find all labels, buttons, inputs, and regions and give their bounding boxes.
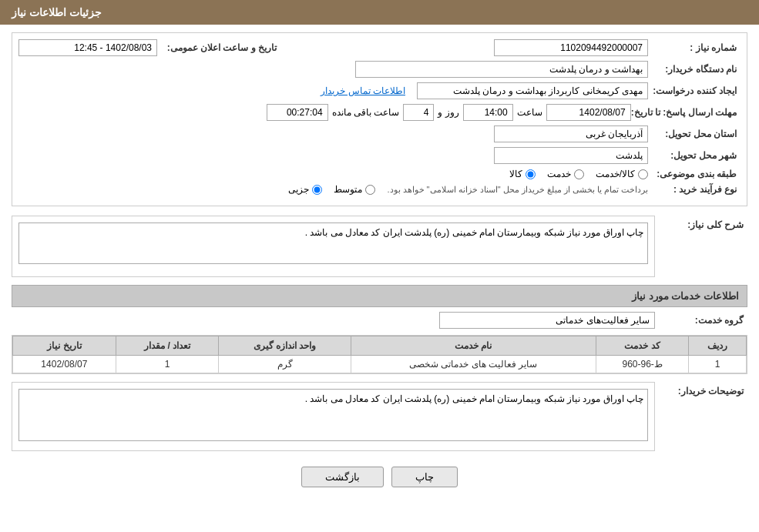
row-city: شهر محل تحویل: bbox=[18, 147, 741, 164]
deadline-date-input[interactable] bbox=[546, 104, 631, 121]
radio-medium-input[interactable] bbox=[365, 185, 375, 195]
purchase-type-note: برداخت تمام یا بخشی از مبلغ خریداز محل "… bbox=[387, 185, 648, 195]
services-table-container: ردیف کد خدمت نام خدمت واحد اندازه گیری ت… bbox=[12, 335, 747, 374]
table-header-row: ردیف کد خدمت نام خدمت واحد اندازه گیری ت… bbox=[13, 336, 747, 356]
row-purchase-type: نوع فرآیند خرید : برداخت تمام یا بخشی از… bbox=[18, 184, 741, 195]
need-description-label: شرح کلی نیاز: bbox=[655, 216, 747, 230]
radio-kala-label: کالا bbox=[509, 169, 522, 179]
page-wrapper: جزئیات اطلاعات نیاز شماره نیاز : تاریخ و… bbox=[0, 0, 759, 532]
cell-code: ط-96-960 bbox=[596, 356, 688, 373]
col-date: تاریخ نیاز bbox=[13, 336, 116, 356]
radio-kala-input[interactable] bbox=[526, 169, 536, 179]
announce-date-input[interactable] bbox=[18, 39, 157, 56]
need-number-input[interactable] bbox=[494, 39, 648, 56]
col-name: نام خدمت bbox=[351, 336, 596, 356]
deadline-time-label: ساعت bbox=[513, 107, 546, 118]
radio-khedmat: خدمت bbox=[547, 169, 584, 179]
cell-date: 1402/08/07 bbox=[13, 356, 116, 373]
row-deadline: مهلت ارسال پاسخ: تا تاریخ: ساعت روز و سا… bbox=[18, 104, 741, 121]
radio-medium: متوسط bbox=[334, 184, 375, 195]
row-buyer-description: توضیحات خریدار: چاپ اوراق مورد نیاز شبکه… bbox=[12, 382, 747, 451]
deadline-remaining-input[interactable] bbox=[267, 104, 328, 121]
radio-kala: کالا bbox=[509, 169, 536, 179]
row-need-description: شرح کلی نیاز: چاپ اوراق مورد نیاز شبکه و… bbox=[12, 216, 747, 277]
radio-partial-label: جزیی bbox=[288, 184, 309, 195]
category-radio-group: کالا/خدمت خدمت کالا bbox=[509, 169, 648, 179]
print-button[interactable]: چاپ bbox=[391, 467, 458, 487]
buyer-description-textarea[interactable]: چاپ اوراق مورد نیاز شبکه وبیمارستان امام… bbox=[18, 389, 648, 441]
radio-kala-khedmat-label: کالا/خدمت bbox=[596, 169, 635, 179]
need-number-label: شماره نیاز : bbox=[648, 42, 741, 53]
content-area: شماره نیاز : تاریخ و ساعت اعلان عمومی: ن… bbox=[0, 25, 759, 503]
cell-unit: گرم bbox=[219, 356, 351, 373]
page-title: جزئیات اطلاعات نیاز bbox=[12, 6, 102, 18]
city-input[interactable] bbox=[494, 147, 648, 164]
province-label: استان محل تحویل: bbox=[648, 129, 741, 139]
category-label: طبقه بندی موضوعی: bbox=[648, 169, 741, 179]
service-group-input[interactable] bbox=[439, 312, 655, 329]
radio-partial: جزیی bbox=[288, 184, 322, 195]
page-header: جزئیات اطلاعات نیاز bbox=[0, 0, 759, 25]
purchase-type-radio-group: برداخت تمام یا بخشی از مبلغ خریداز محل "… bbox=[288, 184, 648, 195]
radio-kala-khedmat: کالا/خدمت bbox=[596, 169, 648, 179]
province-input[interactable] bbox=[494, 125, 648, 142]
top-info-section: شماره نیاز : تاریخ و ساعت اعلان عمومی: ن… bbox=[12, 32, 747, 206]
deadline-day-label: روز و bbox=[434, 107, 462, 118]
services-section-title: اطلاعات خدمات مورد نیاز bbox=[12, 285, 747, 307]
deadline-time-input[interactable] bbox=[463, 104, 513, 121]
need-description-wrapper: چاپ اوراق مورد نیاز شبکه وبیمارستان امام… bbox=[12, 216, 655, 277]
deadline-days-input[interactable] bbox=[403, 104, 434, 121]
row-buyer: نام دستگاه خریدار: bbox=[18, 61, 741, 78]
deadline-remaining-label: ساعت باقی مانده bbox=[328, 107, 404, 118]
buyer-label: نام دستگاه خریدار: bbox=[648, 64, 741, 75]
deadline-label: مهلت ارسال پاسخ: تا تاریخ: bbox=[631, 107, 741, 118]
buyer-description-label: توضیحات خریدار: bbox=[655, 382, 747, 396]
col-code: کد خدمت bbox=[596, 336, 688, 356]
creator-label: ایجاد کننده درخواست: bbox=[648, 85, 741, 96]
radio-khedmat-label: خدمت bbox=[547, 169, 571, 179]
col-quantity: تعداد / مقدار bbox=[116, 336, 219, 356]
cell-row: 1 bbox=[689, 356, 747, 373]
row-need-number: شماره نیاز : تاریخ و ساعت اعلان عمومی: bbox=[18, 39, 741, 56]
button-area: چاپ بازگشت bbox=[12, 459, 747, 495]
announce-date-label: تاریخ و ساعت اعلان عمومی: bbox=[157, 42, 280, 53]
row-category: طبقه بندی موضوعی: کالا/خدمت خدمت کالا bbox=[18, 169, 741, 179]
back-button[interactable]: بازگشت bbox=[301, 467, 384, 487]
buyer-description-wrapper: چاپ اوراق مورد نیاز شبکه وبیمارستان امام… bbox=[12, 382, 655, 451]
contact-info-link[interactable]: اطلاعات تماس خریدار bbox=[321, 85, 405, 96]
buyer-input[interactable] bbox=[355, 61, 648, 78]
cell-quantity: 1 bbox=[116, 356, 219, 373]
col-row: ردیف bbox=[689, 336, 747, 356]
table-row: 1 ط-96-960 سایر فعالیت های خدماتی شخصی گ… bbox=[13, 356, 747, 373]
radio-khedmat-input[interactable] bbox=[574, 169, 584, 179]
radio-partial-input[interactable] bbox=[312, 185, 322, 195]
row-service-group: گروه خدمت: bbox=[12, 312, 747, 329]
service-group-label: گروه خدمت: bbox=[655, 315, 747, 326]
cell-name: سایر فعالیت های خدماتی شخصی bbox=[351, 356, 596, 373]
creator-input[interactable] bbox=[417, 82, 648, 99]
row-province: استان محل تحویل: bbox=[18, 125, 741, 142]
row-creator: ایجاد کننده درخواست: اطلاعات تماس خریدار bbox=[18, 82, 741, 99]
col-unit: واحد اندازه گیری bbox=[219, 336, 351, 356]
radio-medium-label: متوسط bbox=[334, 184, 362, 195]
purchase-type-label: نوع فرآیند خرید : bbox=[648, 184, 741, 195]
city-label: شهر محل تحویل: bbox=[648, 150, 741, 161]
need-description-textarea[interactable]: چاپ اوراق مورد نیاز شبکه وبیمارستان امام… bbox=[18, 223, 648, 264]
radio-kala-khedmat-input[interactable] bbox=[638, 169, 648, 179]
services-table: ردیف کد خدمت نام خدمت واحد اندازه گیری ت… bbox=[12, 336, 747, 373]
